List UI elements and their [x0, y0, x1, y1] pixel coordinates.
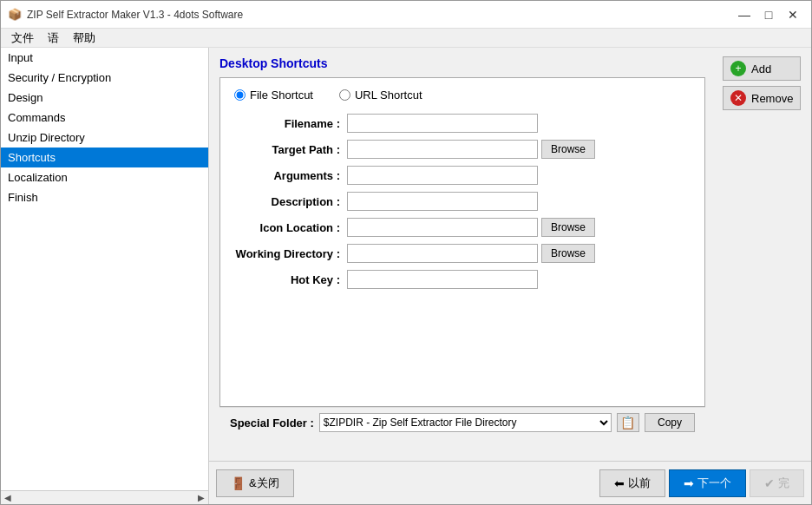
- prev-label: 以前: [628, 475, 651, 491]
- working-directory-input[interactable]: [347, 244, 538, 263]
- remove-button[interactable]: ✕ Remove: [723, 86, 801, 110]
- menu-item-language[interactable]: 语: [41, 29, 66, 48]
- close-button[interactable]: ✕: [782, 5, 804, 24]
- close-nav-label: &关闭: [249, 475, 279, 491]
- target-path-row: Target Path : Browse: [234, 140, 691, 159]
- hotkey-input[interactable]: [347, 270, 538, 289]
- url-shortcut-radio[interactable]: URL Shortcut: [339, 89, 422, 102]
- icon-location-input[interactable]: [347, 218, 538, 237]
- right-panel: + Add ✕ Remove: [716, 48, 811, 461]
- special-folder-area: Special Folder : $ZIPDIR - Zip Self Extr…: [219, 407, 705, 437]
- hotkey-row: Hot Key :: [234, 270, 691, 289]
- prev-button[interactable]: ⬅ 以前: [599, 469, 665, 497]
- content-main: Desktop Shortcuts File Shortcut URL Shor…: [209, 48, 811, 461]
- close-nav-icon: 🚪: [231, 476, 246, 490]
- maximize-button[interactable]: □: [757, 5, 780, 24]
- add-button[interactable]: + Add: [723, 56, 801, 81]
- description-input[interactable]: [347, 192, 538, 211]
- shortcuts-panel: File Shortcut URL Shortcut Filename :: [219, 77, 705, 407]
- finish-label: 完: [778, 475, 789, 491]
- special-folder-label: Special Folder :: [230, 416, 314, 430]
- radio-row: File Shortcut URL Shortcut: [234, 89, 691, 102]
- close-nav-button[interactable]: 🚪 &关闭: [216, 469, 294, 497]
- sidebar-item-shortcuts[interactable]: Shortcuts: [1, 148, 208, 167]
- sidebar-item-security[interactable]: Security / Encryption: [1, 68, 208, 88]
- app-icon: 📦: [8, 8, 22, 22]
- arguments-label: Arguments :: [234, 169, 347, 182]
- minimize-button[interactable]: —: [733, 5, 756, 24]
- working-directory-row: Working Directory : Browse: [234, 244, 691, 263]
- target-path-input[interactable]: [347, 140, 538, 159]
- filename-row: Filename :: [234, 114, 691, 133]
- sidebar-item-commands[interactable]: Commands: [1, 108, 208, 128]
- next-button[interactable]: ➡ 下一个: [669, 469, 746, 497]
- menu-bar: 文件 语 帮助: [1, 29, 811, 48]
- sidebar-scroll: ◀ ▶: [1, 490, 208, 504]
- working-directory-browse-button[interactable]: Browse: [541, 244, 595, 263]
- sidebar-item-localization[interactable]: Localization: [1, 167, 208, 187]
- menu-item-help[interactable]: 帮助: [66, 29, 102, 48]
- copy-button[interactable]: Copy: [645, 413, 695, 432]
- target-path-label: Target Path :: [234, 143, 347, 156]
- scroll-right-icon[interactable]: ▶: [198, 493, 205, 502]
- sidebar: Input Security / Encryption Design Comma…: [1, 48, 209, 504]
- next-label: 下一个: [697, 475, 731, 491]
- arguments-input[interactable]: [347, 166, 538, 185]
- next-icon: ➡: [684, 476, 694, 490]
- sidebar-item-unzip[interactable]: Unzip Directory: [1, 128, 208, 148]
- hotkey-label: Hot Key :: [234, 273, 347, 286]
- content-right: Desktop Shortcuts File Shortcut URL Shor…: [209, 48, 811, 504]
- file-shortcut-radio[interactable]: File Shortcut: [234, 89, 313, 102]
- sidebar-item-design[interactable]: Design: [1, 88, 208, 108]
- icon-location-browse-button[interactable]: Browse: [541, 218, 595, 237]
- menu-item-file[interactable]: 文件: [4, 29, 41, 48]
- target-path-browse-button[interactable]: Browse: [541, 140, 595, 159]
- sidebar-item-finish[interactable]: Finish: [1, 187, 208, 207]
- bottom-bar: 🚪 &关闭 ⬅ 以前 ➡ 下一个 ✔ 完: [209, 461, 811, 504]
- special-folder-select[interactable]: $ZIPDIR - Zip Self Extractor File Direct…: [319, 413, 612, 432]
- file-shortcut-label: File Shortcut: [250, 89, 313, 102]
- scroll-left-icon[interactable]: ◀: [4, 493, 11, 502]
- sidebar-list: Input Security / Encryption Design Comma…: [1, 48, 208, 490]
- icon-location-row: Icon Location : Browse: [234, 218, 691, 237]
- finish-icon: ✔: [764, 476, 775, 490]
- remove-icon: ✕: [730, 90, 746, 106]
- description-row: Description :: [234, 192, 691, 211]
- file-shortcut-input[interactable]: [234, 89, 246, 101]
- arguments-row: Arguments :: [234, 166, 691, 185]
- icon-location-label: Icon Location :: [234, 221, 347, 234]
- add-icon: +: [730, 61, 746, 76]
- title-bar: 📦 ZIP Self Extractor Maker V1.3 - 4dots …: [1, 1, 811, 29]
- add-label: Add: [751, 62, 771, 75]
- filename-label: Filename :: [234, 117, 347, 130]
- main-window: 📦 ZIP Self Extractor Maker V1.3 - 4dots …: [0, 0, 812, 505]
- section-title: Desktop Shortcuts: [219, 56, 705, 70]
- working-directory-label: Working Directory :: [234, 247, 347, 260]
- remove-label: Remove: [751, 92, 793, 105]
- description-label: Description :: [234, 195, 347, 208]
- filename-input[interactable]: [347, 114, 538, 133]
- main-content: Input Security / Encryption Design Comma…: [1, 48, 811, 504]
- sidebar-item-input[interactable]: Input: [1, 48, 208, 68]
- window-title: ZIP Self Extractor Maker V1.3 - 4dots So…: [27, 9, 243, 21]
- finish-button[interactable]: ✔ 完: [750, 469, 804, 497]
- url-shortcut-label: URL Shortcut: [355, 89, 422, 102]
- folder-copy-icon-button[interactable]: 📋: [617, 413, 639, 432]
- content-area: Desktop Shortcuts File Shortcut URL Shor…: [209, 48, 716, 461]
- url-shortcut-input[interactable]: [339, 89, 350, 101]
- prev-icon: ⬅: [614, 476, 625, 490]
